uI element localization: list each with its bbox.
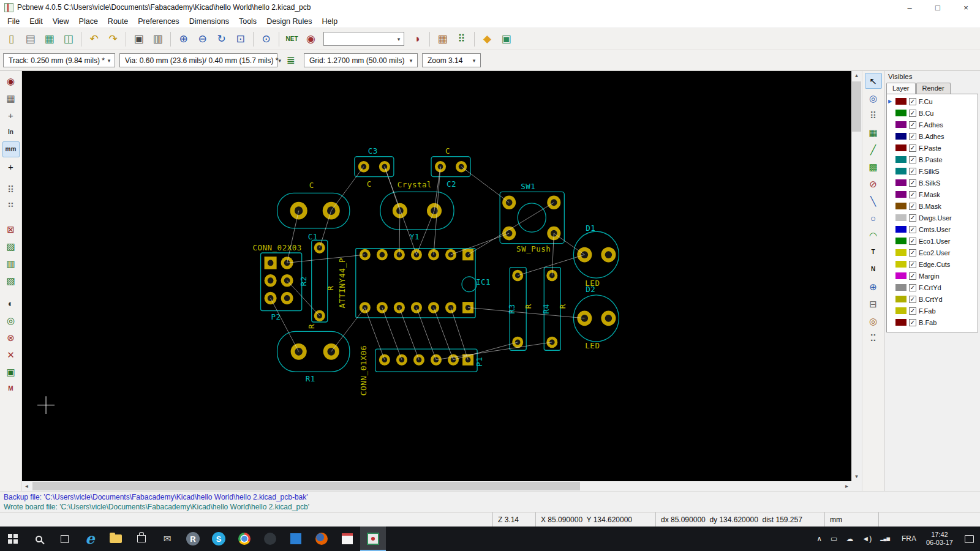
auto-track-delete-button[interactable]: ⊠ [2,221,20,237]
find-button[interactable]: ⊙ [257,30,275,48]
vertical-scroll-thumb[interactable] [852,81,861,132]
select-tool-button[interactable]: ↖ [865,73,882,89]
print-button[interactable]: ▣ [130,30,148,48]
layer-row-eco1-user[interactable]: ✓Eco1.User [887,235,978,247]
grid-origin-button[interactable]: ⠭ [865,330,882,346]
track-cleanup-button[interactable]: ✕ [2,347,20,362]
zoom-out-button[interactable]: ⊖ [194,30,211,48]
minimize-button[interactable]: – [895,0,924,15]
drill-place-origin-button[interactable]: ◎ [865,313,882,329]
layer-visibility-checkbox[interactable]: ✓ [909,249,916,257]
layer-visibility-checkbox[interactable]: ✓ [909,214,916,222]
zoom-in-button[interactable]: ⊕ [175,30,192,48]
layer-color-swatch[interactable] [895,319,907,326]
add-graphic-circle-button[interactable]: ○ [865,210,882,226]
layer-visibility-checkbox[interactable]: ✓ [909,238,916,245]
layer-color-swatch[interactable] [895,156,907,163]
layer-color-swatch[interactable] [895,284,907,291]
layer-row-f-fab[interactable]: ✓F.Fab [887,305,978,317]
layer-row-f-crtyd[interactable]: ✓F.CrtYd [887,282,978,293]
menu-help[interactable]: Help [317,16,342,27]
layer-visibility-checkbox[interactable]: ✓ [909,296,916,303]
layer-color-swatch[interactable] [895,238,907,244]
high-contrast-button[interactable]: ◐ [2,295,20,311]
route-helper-button[interactable]: ◎ [2,312,20,328]
add-target-button[interactable]: ⊕ [865,279,882,294]
layer-row-f-silks[interactable]: ✓F.SilkS [887,165,978,177]
taskbar-app-photos[interactable] [283,527,309,551]
taskbar-app-calendar[interactable] [334,527,360,551]
route-track-button[interactable]: ╱ [865,141,882,157]
menu-file[interactable]: File [2,16,24,27]
layer-row-eco2-user[interactable]: ✓Eco2.User [887,247,978,258]
layer-visibility-checkbox[interactable]: ✓ [909,156,916,163]
ratsnest-module-button[interactable]: ⠛ [2,198,20,214]
layer-row-f-cu[interactable]: ▶✓F.Cu [887,96,978,107]
tab-layer[interactable]: Layer [886,83,916,94]
warning-button[interactable]: ◆ [478,30,496,48]
onedrive-tray-button[interactable]: ☁ [842,527,858,551]
delete-item-button[interactable]: ⊟ [865,296,882,312]
layer-visibility-checkbox[interactable]: ✓ [909,319,916,326]
read-netlist-button[interactable]: NET [283,30,301,48]
layer-visibility-checkbox[interactable]: ✓ [909,133,916,140]
layer-visibility-checkbox[interactable]: ✓ [909,110,916,117]
menu-place[interactable]: Place [74,16,103,27]
layer-row-b-fab[interactable]: ✓B.Fab [887,317,978,328]
add-keepout-button[interactable]: ⊘ [865,176,882,192]
show-zones-button[interactable]: ▨ [2,238,20,254]
footprint-mode-button[interactable]: ▦ [434,30,451,48]
scroll-left-arrow[interactable]: ◄ [22,481,31,491]
microwave-tools-button[interactable]: M [2,381,20,397]
add-footprint-button[interactable]: ▦ [865,124,882,140]
layer-visibility-checkbox[interactable]: ✓ [909,226,916,233]
layer-pair-button[interactable]: ◑ [408,30,426,48]
add-dimension-button[interactable]: N [865,261,882,277]
close-button[interactable]: × [952,0,980,15]
layer-color-swatch[interactable] [895,226,907,233]
polar-coords-button[interactable]: + [2,107,20,123]
layer-row-b-adhes[interactable]: ✓B.Adhes [887,130,978,142]
hidden-icons-chevron-tray-button[interactable]: ∧ [812,527,826,551]
ratsnest-general-button[interactable]: ⠿ [2,181,20,197]
layer-visibility-checkbox[interactable]: ✓ [909,261,916,268]
page-settings-button[interactable]: ▤ [21,30,39,48]
layer-color-swatch[interactable] [895,144,907,151]
taskbar-app-firefox[interactable] [309,527,334,551]
taskbar-app-file-explorer[interactable] [103,527,129,551]
hide-zones-button[interactable]: ▥ [2,255,20,271]
taskbar-app-skype[interactable]: S [206,527,232,551]
layer-row-b-paste[interactable]: ✓B.Paste [887,154,978,165]
new-board-button[interactable]: ▯ [2,30,20,48]
undo-button[interactable]: ↶ [85,30,103,48]
local-ratsnest-button[interactable]: ⠿ [865,107,882,123]
layer-visibility-checkbox[interactable]: ✓ [909,272,916,280]
layer-color-swatch[interactable] [895,98,907,105]
units-mm-button[interactable]: mm [2,141,20,157]
taskbar-app-kicad[interactable] [360,527,386,551]
layer-row-cmts-user[interactable]: ✓Cmts.User [887,223,978,235]
horizontal-scroll-thumb[interactable] [32,482,580,490]
open-board-button[interactable]: ▦ [40,30,58,48]
layer-visibility-checkbox[interactable]: ✓ [909,179,916,187]
language-indicator[interactable]: FRA [897,527,921,551]
maximize-button[interactable]: □ [924,0,952,15]
menu-view[interactable]: View [48,16,74,27]
layer-row-dwgs-user[interactable]: ✓Dwgs.User [887,212,978,223]
layer-row-b-cu[interactable]: ✓B.Cu [887,107,978,119]
layer-visibility-checkbox[interactable]: ✓ [909,168,916,175]
vertical-scrollbar[interactable]: ▲ ▼ [851,71,862,481]
network-signal-tray-button[interactable]: ▂▄▆ [876,527,894,551]
track-width-combo[interactable]: Track: 0.250 mm (9.84 mils) * ▾ [3,53,115,67]
menu-tools[interactable]: Tools [234,16,262,27]
layer-color-swatch[interactable] [895,296,907,302]
tab-render[interactable]: Render [916,83,951,94]
horizontal-scrollbar[interactable]: ◄ ► [22,481,851,491]
notification-center-button[interactable] [958,527,980,551]
redo-button[interactable]: ↷ [104,30,122,48]
layer-color-swatch[interactable] [895,214,907,221]
menu-route[interactable]: Route [103,16,133,27]
layer-visibility-checkbox[interactable]: ✓ [909,191,916,198]
task-view-button[interactable] [51,527,77,551]
layer-row-b-crtyd[interactable]: ✓B.CrtYd [887,293,978,305]
